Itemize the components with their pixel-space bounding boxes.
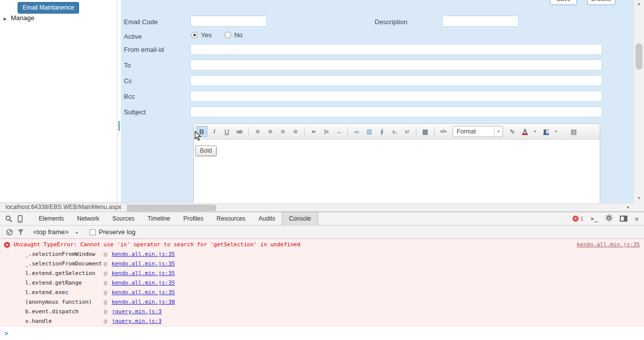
- stack-source-link[interactable]: kendo.all.min.js:35: [112, 280, 175, 286]
- settings-gear-icon[interactable]: [605, 214, 613, 224]
- editor-toolbar: Format: [194, 124, 600, 140]
- stack-function: b.event.dispatch: [25, 308, 104, 315]
- background-color-chevron-icon[interactable]: [552, 126, 560, 137]
- from-input[interactable]: [190, 44, 602, 55]
- tab-resources[interactable]: Resources: [210, 212, 252, 225]
- vertical-scroll-thumb[interactable]: [635, 43, 642, 70]
- sidebar-item-manage[interactable]: Manage: [4, 14, 34, 22]
- console-prompt[interactable]: [0, 326, 644, 340]
- insert-image-icon[interactable]: [364, 126, 375, 137]
- stack-frame-row: _.selectionFromDocument @ kendo.all.min.…: [0, 259, 644, 268]
- justify-left-button[interactable]: [252, 126, 263, 137]
- unordered-list-button[interactable]: [308, 126, 319, 137]
- scroll-right-icon[interactable]: ►: [624, 203, 632, 212]
- device-mode-icon[interactable]: [14, 212, 25, 225]
- stack-at: @: [104, 260, 107, 267]
- stack-source-link[interactable]: kendo.all.min.js:35: [112, 251, 175, 257]
- mouse-cursor-icon: [194, 131, 202, 142]
- scrollbar-corner: [633, 203, 644, 212]
- export-file-icon[interactable]: [568, 126, 580, 137]
- create-link-icon[interactable]: [351, 126, 363, 137]
- cc-input[interactable]: [190, 75, 602, 86]
- email-code-input[interactable]: [190, 16, 267, 27]
- tab-console[interactable]: Console: [282, 212, 318, 225]
- underline-button[interactable]: [221, 126, 233, 137]
- font-color-chevron-icon[interactable]: [531, 126, 539, 137]
- active-yes-radio[interactable]: [191, 32, 198, 38]
- stack-at: @: [104, 289, 107, 296]
- description-input[interactable]: [442, 16, 519, 27]
- toolbar-separator: [416, 127, 416, 136]
- chevron-down-icon: [75, 228, 79, 236]
- stack-at: @: [104, 251, 107, 257]
- stack-source-link[interactable]: kendo.all.min.js:35: [112, 289, 175, 296]
- screen: Email Maintanence Manage Save Browse Ema…: [0, 0, 644, 340]
- subject-input[interactable]: [190, 106, 602, 117]
- close-devtools-icon[interactable]: [634, 215, 639, 223]
- stack-source-link[interactable]: kendo.all.min.js:35: [112, 260, 175, 267]
- pencil-icon[interactable]: [507, 126, 518, 137]
- toolbar-separator: [304, 127, 305, 136]
- active-no-radio[interactable]: [225, 32, 231, 38]
- view-html-button[interactable]: [438, 126, 449, 137]
- error-source-link[interactable]: kendo.all.min.js:35: [577, 241, 640, 248]
- tab-sources[interactable]: Sources: [106, 212, 141, 225]
- superscript-button[interactable]: [401, 126, 413, 137]
- inspect-element-icon[interactable]: [3, 212, 14, 225]
- tab-profiles[interactable]: Profiles: [177, 212, 210, 225]
- stack-source-link[interactable]: jquery.min.js:3: [112, 318, 162, 324]
- bcc-label: Bcc: [124, 93, 135, 100]
- justify-center-button[interactable]: [264, 126, 276, 137]
- preserve-log-option[interactable]: Preserve log: [90, 228, 135, 236]
- stack-at: @: [104, 308, 107, 315]
- strikethrough-button[interactable]: [234, 126, 245, 137]
- tab-audits[interactable]: Audits: [252, 212, 281, 225]
- console-error-row: Uncaught TypeError: Cannot use 'in' oper…: [0, 239, 644, 249]
- tab-timeline[interactable]: Timeline: [141, 212, 177, 225]
- chevron-down-icon[interactable]: [494, 126, 503, 137]
- tab-elements[interactable]: Elements: [32, 212, 70, 225]
- vertical-scrollbar[interactable]: ▲ ▼: [633, 0, 644, 203]
- console-drawer-icon[interactable]: [591, 216, 598, 222]
- stack-at: @: [104, 299, 107, 305]
- active-yes-label: Yes: [201, 31, 211, 39]
- frame-context-select[interactable]: <top frame>: [33, 228, 79, 236]
- splitter-handle-icon[interactable]: [118, 121, 120, 131]
- attachment-icon[interactable]: [376, 126, 388, 137]
- horizontal-scroll-thumb[interactable]: [117, 205, 217, 211]
- justify-right-button[interactable]: [277, 126, 289, 137]
- filter-icon[interactable]: [15, 226, 26, 238]
- bcc-input[interactable]: [190, 91, 602, 102]
- subscript-button[interactable]: [389, 126, 400, 137]
- browse-button[interactable]: Browse: [587, 0, 615, 5]
- stack-function: l.extend.getRange: [25, 280, 104, 286]
- stack-source-link[interactable]: kendo.all.min.js:38: [112, 299, 175, 305]
- scroll-down-icon[interactable]: ▼: [634, 194, 644, 202]
- devtools-toolbar: Elements Network Sources Timeline Profil…: [0, 212, 644, 226]
- stack-source-link[interactable]: kendo.all.min.js:35: [112, 270, 175, 277]
- font-color-button[interactable]: [519, 126, 531, 137]
- create-table-icon[interactable]: [419, 126, 431, 137]
- tree-expand-icon[interactable]: [4, 14, 7, 22]
- scroll-up-icon[interactable]: ▲: [634, 0, 644, 8]
- indent-button[interactable]: [333, 126, 344, 137]
- error-icon: [4, 242, 10, 248]
- preserve-log-checkbox[interactable]: [90, 229, 96, 235]
- stack-function: _.selectionFromDocument: [25, 260, 104, 267]
- ordered-list-button[interactable]: [320, 126, 332, 137]
- editor-content[interactable]: [194, 140, 600, 203]
- to-input[interactable]: [190, 59, 602, 71]
- stack-source-link[interactable]: jquery.min.js:3: [112, 308, 162, 315]
- background-color-button[interactable]: [540, 126, 552, 137]
- italic-button[interactable]: [208, 126, 220, 137]
- error-count-badge[interactable]: 1: [573, 216, 584, 222]
- stack-function: v.handle: [25, 318, 104, 324]
- tab-network[interactable]: Network: [70, 212, 106, 225]
- format-select[interactable]: Format: [453, 126, 503, 137]
- justify-full-button[interactable]: [290, 126, 301, 137]
- clear-console-icon[interactable]: [4, 226, 15, 238]
- dock-side-icon[interactable]: [620, 216, 627, 222]
- save-button[interactable]: Save: [550, 0, 577, 5]
- devtools-panel: Elements Network Sources Timeline Profil…: [0, 212, 644, 340]
- stack-function: l.extend.exec: [25, 289, 104, 296]
